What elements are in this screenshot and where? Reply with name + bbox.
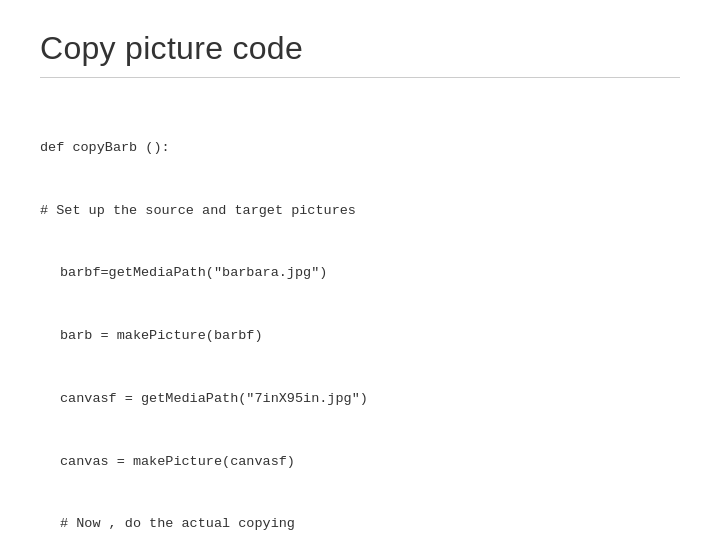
code-block: def copyBarb (): # Set up the source and… [40, 96, 680, 540]
code-line: def copyBarb (): [40, 138, 680, 159]
code-line: canvas = makePicture(canvasf) [40, 452, 680, 473]
code-line: # Set up the source and target pictures [40, 201, 680, 222]
code-line: barbf=getMediaPath("barbara.jpg") [40, 263, 680, 284]
page-container: Copy picture code def copyBarb (): # Set… [0, 0, 720, 540]
code-line: canvasf = getMediaPath("7inX95in.jpg") [40, 389, 680, 410]
divider [40, 77, 680, 78]
code-line: # Now , do the actual copying [40, 514, 680, 535]
code-line: barb = makePicture(barbf) [40, 326, 680, 347]
page-title: Copy picture code [40, 30, 680, 67]
